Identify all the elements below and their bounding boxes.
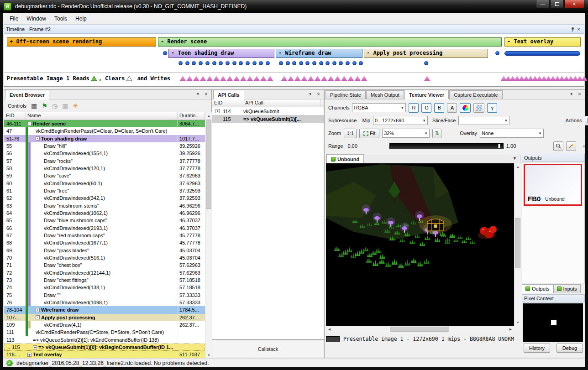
write-marker-triangle[interactable] xyxy=(234,76,240,81)
expand-toggle-icon[interactable]: + xyxy=(33,345,37,349)
write-marker-triangle[interactable] xyxy=(288,76,294,81)
column-header-name[interactable]: Name xyxy=(26,112,178,120)
expand-toggle-icon[interactable]: - xyxy=(36,315,40,319)
timeline-draw-dot[interactable] xyxy=(178,61,183,65)
write-marker-triangle[interactable] xyxy=(348,76,354,81)
chart-icon[interactable]: ▥ xyxy=(62,103,68,109)
event-row[interactable]: 56vkCmdDrawIndexed(1554,1)39.25926 xyxy=(4,150,205,157)
grid-icon[interactable]: ▦ xyxy=(31,103,37,109)
write-marker-triangle[interactable] xyxy=(361,76,367,81)
timeline-draw-dot[interactable] xyxy=(219,61,223,65)
tab-capture-executable[interactable]: Capture Executable xyxy=(449,90,503,99)
maximize-button[interactable] xyxy=(550,0,564,9)
pin-icon[interactable] xyxy=(570,27,575,32)
event-row[interactable]: 113=> vkQueueSubmit(2)[1]: vkEndCommandB… xyxy=(4,336,205,344)
tab-pipeline-state[interactable]: Pipeline State xyxy=(326,90,366,99)
timeline-draw-dot[interactable] xyxy=(359,61,363,65)
event-row[interactable]: 55Draw "hill"39.25926 xyxy=(4,142,205,150)
event-row[interactable]: 69Draw "grass blades"45.03704 xyxy=(4,247,205,254)
event-row[interactable]: 67Draw "red mushroom caps"45.77778 xyxy=(4,232,205,239)
event-browser-column-header[interactable]: EIDNameDuratio... xyxy=(4,112,205,120)
event-row[interactable]: 70vkCmdDrawIndexed(516,1)45.03704 xyxy=(4,254,205,261)
timeline-draw-dot[interactable] xyxy=(185,61,189,65)
timeline-draw-dot[interactable] xyxy=(226,61,230,65)
write-marker-triangle[interactable] xyxy=(220,76,226,81)
write-marker-triangle[interactable] xyxy=(207,76,213,81)
menu-file[interactable]: File xyxy=(5,14,22,24)
timeline-body[interactable]: + Off-screen scene rendering- Render sce… xyxy=(4,34,584,87)
event-browser-scrollbar[interactable]: ▲ ▼ xyxy=(205,112,212,359)
menu-tools[interactable]: Tools xyxy=(50,14,71,24)
column-header-duratio[interactable]: Duratio... xyxy=(178,112,205,120)
event-row[interactable]: 58vkCmdDrawIndexed(120,1)37.77778 xyxy=(4,165,205,172)
event-browser-close-icon[interactable]: × xyxy=(203,91,210,97)
colorwheel-button[interactable] xyxy=(460,103,471,113)
channels-select[interactable]: RGBA▼ xyxy=(352,103,406,112)
menu-help[interactable]: Help xyxy=(71,14,91,24)
write-marker-triangle[interactable] xyxy=(424,76,430,81)
timeline-draw-dot[interactable] xyxy=(319,61,323,65)
channel-g-button[interactable]: G xyxy=(421,103,431,113)
close-button[interactable]: × xyxy=(564,0,584,9)
timeline-draw-dot[interactable] xyxy=(346,61,350,65)
write-marker-triangle[interactable] xyxy=(187,76,193,81)
timeline-draw-dot[interactable] xyxy=(339,61,343,65)
event-row[interactable]: 62vkCmdDrawIndexed(342,1)37.92593 xyxy=(4,194,205,202)
expand-toggle-icon[interactable]: + xyxy=(215,109,220,113)
api-calls-close-icon[interactable]: × xyxy=(315,91,322,97)
write-marker-triangle[interactable] xyxy=(328,76,334,81)
write-marker-triangle[interactable] xyxy=(315,76,320,81)
tab-texture-viewer[interactable]: Texture Viewer xyxy=(404,90,449,99)
timeline-draw-dot[interactable] xyxy=(212,61,216,65)
pixel-context-display[interactable] xyxy=(523,303,583,342)
timeline-draw-dot[interactable] xyxy=(326,61,330,65)
star-icon[interactable]: ✳ xyxy=(73,103,78,109)
timeline-draw-dot[interactable] xyxy=(266,61,270,65)
flip-y-button[interactable]: ⇅ xyxy=(432,129,441,138)
event-browser-menu-icon[interactable]: ▾ xyxy=(194,91,201,97)
timeline-draw-dot[interactable] xyxy=(246,61,250,65)
timeline-draw-dot[interactable] xyxy=(199,61,203,65)
channel-r-button[interactable]: R xyxy=(409,103,419,113)
toolbar-overflow-icon[interactable]: » xyxy=(583,143,585,149)
timeline-marker-bar[interactable]: - Text overlay xyxy=(504,37,581,47)
write-marker-triangle[interactable] xyxy=(193,76,199,81)
write-marker-triangle[interactable] xyxy=(240,76,246,81)
pixel-context-header[interactable]: Pixel Context xyxy=(522,294,585,302)
fit-button[interactable]: Fit xyxy=(359,129,379,138)
callstack-section[interactable]: Callstack xyxy=(212,339,324,358)
timeline-event-dot[interactable] xyxy=(495,51,499,55)
tab-inputs[interactable]: Inputs xyxy=(553,284,581,293)
timeline-draw-dot[interactable] xyxy=(252,61,257,65)
write-marker-triangle[interactable] xyxy=(180,76,186,81)
sliceface-select[interactable]: ▼ xyxy=(458,116,509,125)
timeline-marker-bar[interactable]: - Wireframe draw xyxy=(276,49,362,58)
fb0-thumbnail[interactable]: FB0 Unbound xyxy=(524,164,582,206)
write-marker-triangle[interactable] xyxy=(308,76,314,81)
write-marker-triangle[interactable] xyxy=(254,76,260,81)
timeline-draw-dot[interactable] xyxy=(232,61,236,65)
api-calls-column-header[interactable]: EIDAPI Call xyxy=(212,99,324,107)
timeline-marker-bar[interactable]: - Toon shading draw xyxy=(168,49,274,58)
title-bar[interactable]: R debugmarker.rdc - RenderDoc Unofficial… xyxy=(0,0,588,13)
timeline-draw-dot[interactable] xyxy=(299,61,303,65)
timeline-draw-dot[interactable] xyxy=(239,61,243,65)
api-call-row[interactable]: +114vkQueueSubmit xyxy=(212,107,324,115)
history-button[interactable]: History xyxy=(524,344,550,353)
timeline-marker-bar[interactable]: + Off-screen scene rendering xyxy=(7,37,156,47)
texture-viewer-close-icon[interactable]: × xyxy=(576,91,583,97)
texture-viewer-menu-icon[interactable]: ▾ xyxy=(568,91,575,97)
texture-hscrollbar[interactable]: ◀ ▶ xyxy=(326,326,514,332)
overlay-select[interactable]: None▼ xyxy=(480,129,544,138)
write-marker-triangle[interactable] xyxy=(227,76,233,81)
event-row[interactable]: 76vkCmdDrawIndexed(1098,1)57.33333 xyxy=(4,299,205,306)
event-row[interactable]: 116-...+Text overlay511.7037 xyxy=(4,351,205,358)
timeline-draw-dot[interactable] xyxy=(259,61,263,65)
event-row[interactable]: 51-76-Toon shading draw1017.7... xyxy=(4,135,205,142)
api-column-header-eid[interactable]: EID xyxy=(212,99,243,107)
mip-select[interactable]: 0 - 1272x690▼ xyxy=(373,116,428,125)
write-marker-triangle[interactable] xyxy=(321,76,327,81)
save-button[interactable] xyxy=(585,116,588,125)
api-calls-menu-icon[interactable]: ▾ xyxy=(307,91,314,97)
write-marker-triangle[interactable] xyxy=(260,76,266,81)
